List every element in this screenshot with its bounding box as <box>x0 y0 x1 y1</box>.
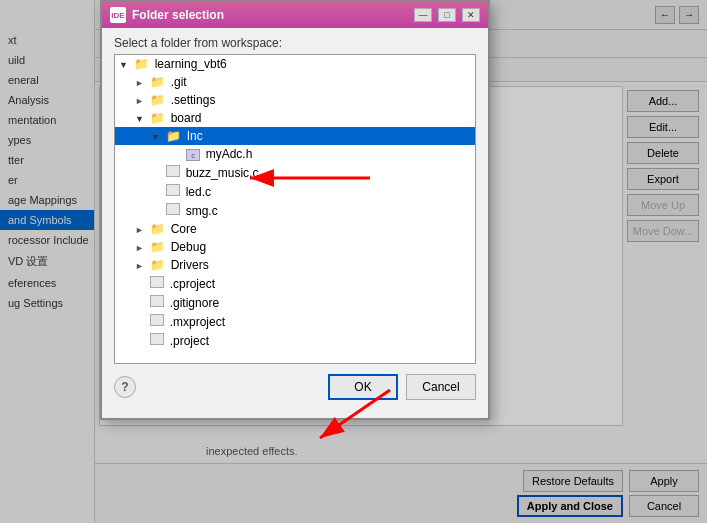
tree-arrow-git: ► <box>135 78 147 88</box>
tree-node-board[interactable]: ▼ 📁 board <box>115 109 475 127</box>
dialog-bottom: ? OK Cancel <box>102 364 488 410</box>
tree-label-smg: smg.c <box>186 204 218 218</box>
tree-label-core: Core <box>171 222 197 236</box>
tree-node-settings[interactable]: ► 📁 .settings <box>115 91 475 109</box>
tree-arrow-drivers: ► <box>135 261 147 271</box>
folder-icon-inc: 📁 <box>166 129 181 143</box>
tree-node-cproject[interactable]: ► .cproject <box>115 274 475 293</box>
tree-node-gitignore[interactable]: ► .gitignore <box>115 293 475 312</box>
dialog-maximize-button[interactable]: □ <box>438 8 456 22</box>
tree-node-smg[interactable]: ► smg.c <box>115 201 475 220</box>
tree-node-drivers[interactable]: ► 📁 Drivers <box>115 256 475 274</box>
folder-icon-root: 📁 <box>134 57 149 71</box>
tree-label-mxproject: .mxproject <box>170 315 225 329</box>
tree-node-root[interactable]: ▼ 📁 learning_vbt6 <box>115 55 475 73</box>
dialog-titlebar: IDE Folder selection — □ ✕ <box>102 2 488 28</box>
folder-icon-debug: 📁 <box>150 240 165 254</box>
file-icon-cproject <box>150 276 164 288</box>
folder-icon-settings: 📁 <box>150 93 165 107</box>
tree-node-core[interactable]: ► 📁 Core <box>115 220 475 238</box>
tree-arrow-debug: ► <box>135 243 147 253</box>
tree-arrow-board: ▼ <box>135 114 147 124</box>
tree-label-gitignore: .gitignore <box>170 296 219 310</box>
tree-label-drivers: Drivers <box>171 258 209 272</box>
file-icon-smg <box>166 203 180 215</box>
file-icon-gitignore <box>150 295 164 307</box>
tree-label-project: .project <box>170 334 209 348</box>
tree-label-cproject: .cproject <box>170 277 215 291</box>
tree-node-git[interactable]: ► 📁 .git <box>115 73 475 91</box>
tree-node-debug[interactable]: ► 📁 Debug <box>115 238 475 256</box>
tree-label-git: .git <box>171 75 187 89</box>
folder-icon-git: 📁 <box>150 75 165 89</box>
tree-node-led[interactable]: ► led.c <box>115 182 475 201</box>
tree-arrow-core: ► <box>135 225 147 235</box>
tree-node-mxproject[interactable]: ► .mxproject <box>115 312 475 331</box>
tree-node-buzz[interactable]: ► buzz_music.c <box>115 163 475 182</box>
file-icon-buzz <box>166 165 180 177</box>
folder-selection-dialog: IDE Folder selection — □ ✕ Select a fold… <box>100 0 490 420</box>
tree-label-led: led.c <box>186 185 211 199</box>
tree-label-buzz: buzz_music.c <box>186 166 259 180</box>
file-icon-led <box>166 184 180 196</box>
tree-label-inc: Inc <box>187 129 203 143</box>
file-icon-myadc: c <box>186 149 200 161</box>
dialog-title: Folder selection <box>132 8 408 22</box>
dialog-cancel-button[interactable]: Cancel <box>406 374 476 400</box>
folder-icon-drivers: 📁 <box>150 258 165 272</box>
tree-node-myadc[interactable]: ► c myAdc.h <box>115 145 475 163</box>
folder-icon-core: 📁 <box>150 222 165 236</box>
tree-label-root: learning_vbt6 <box>155 57 227 71</box>
help-button[interactable]: ? <box>114 376 136 398</box>
ok-button[interactable]: OK <box>328 374 398 400</box>
dialog-ide-icon: IDE <box>110 7 126 23</box>
tree-arrow-inc: ▼ <box>151 132 163 142</box>
tree-node-project[interactable]: ► .project <box>115 331 475 350</box>
tree-node-inc[interactable]: ▼ 📁 Inc <box>115 127 475 145</box>
tree-arrow-settings: ► <box>135 96 147 106</box>
folder-icon-board: 📁 <box>150 111 165 125</box>
tree-label-debug: Debug <box>171 240 206 254</box>
tree-label-myadc: myAdc.h <box>206 147 253 161</box>
dialog-minimize-button[interactable]: — <box>414 8 432 22</box>
dialog-close-button[interactable]: ✕ <box>462 8 480 22</box>
file-icon-mxproject <box>150 314 164 326</box>
tree-label-settings: .settings <box>171 93 216 107</box>
tree-label-board: board <box>171 111 202 125</box>
dialog-subtitle: Select a folder from workspace: <box>102 28 488 54</box>
folder-tree[interactable]: ▼ 📁 learning_vbt6 ► 📁 .git ► 📁 .settings… <box>114 54 476 364</box>
tree-arrow-root: ▼ <box>119 60 131 70</box>
file-icon-project <box>150 333 164 345</box>
